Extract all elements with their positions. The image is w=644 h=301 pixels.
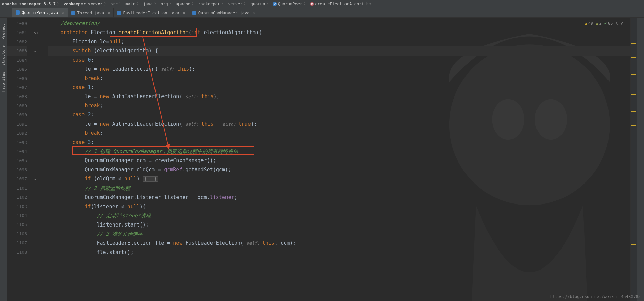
line-number[interactable]: 1083: [7, 46, 27, 56]
close-icon[interactable]: ×: [183, 10, 185, 15]
line-number[interactable]: 1085: [7, 65, 27, 74]
tool-window-label: Favorites: [1, 72, 6, 92]
gutter-cell: [34, 120, 46, 129]
breadcrumb-item[interactable]: zookeeper-server〉: [63, 1, 110, 6]
line-number[interactable]: 1080: [7, 19, 27, 28]
breadcrumb-item[interactable]: zookeeper〉: [197, 1, 227, 6]
code-line[interactable]: le = new AuthFastLeaderElection( self: t…: [48, 92, 630, 101]
code-content[interactable]: /deprecation/ protected Election createE…: [48, 19, 630, 257]
tool-window-button[interactable]: Project: [1, 24, 6, 39]
error-stripe[interactable]: [630, 18, 637, 301]
breadcrumb-item[interactable]: java〉: [142, 1, 160, 6]
line-number[interactable]: 1081: [7, 28, 27, 37]
gutter-cell: [34, 129, 46, 138]
line-number[interactable]: 1108: [7, 248, 27, 257]
breadcrumb-item[interactable]: quorum〉: [249, 1, 272, 6]
fold-collapse-icon[interactable]: −: [34, 50, 37, 53]
code-line[interactable]: QuorumCnxManager oldQcm = qcmRef.getAndS…: [48, 165, 630, 174]
code-line[interactable]: QuorumCnxManager.Listener listener = qcm…: [48, 193, 630, 202]
weak-warning-icon: ▲: [596, 21, 598, 26]
line-number[interactable]: 1096: [7, 165, 27, 174]
line-number[interactable]: 1090: [7, 110, 27, 120]
code-line[interactable]: fle.start();: [48, 248, 630, 257]
line-number[interactable]: 1101: [7, 184, 27, 193]
breadcrumb-item[interactable]: apache〉: [175, 1, 197, 6]
chevron-right-icon: 〉: [169, 1, 173, 6]
editor[interactable]: 1080108110821083108410851086108710881089…: [7, 18, 637, 301]
code-line[interactable]: // 1 创建 QuorumCnxManager，负责选举过程中的所有网络通信: [48, 147, 630, 156]
override-icon[interactable]: o↓: [34, 28, 38, 38]
code-line[interactable]: QuorumCnxManager qcm = createCnxnManager…: [48, 156, 630, 165]
line-number[interactable]: 1094: [7, 147, 27, 156]
code-line[interactable]: le = new LeaderElection( self: this);: [48, 65, 630, 74]
breadcrumb-item[interactable]: server〉: [227, 1, 249, 6]
line-number[interactable]: 1082: [7, 37, 27, 46]
code-line[interactable]: if (oldQcm ≠ null) {...}: [48, 174, 630, 184]
code-line[interactable]: FastLeaderElection fle = new FastLeaderE…: [48, 239, 630, 248]
breadcrumb-item[interactable]: cQuorumPeer〉: [272, 1, 309, 6]
line-numbers: 1080108110821083108410851086108710881089…: [7, 19, 34, 257]
line-number[interactable]: 1087: [7, 83, 27, 92]
close-icon[interactable]: ×: [62, 10, 64, 15]
line-number[interactable]: 1106: [7, 229, 27, 238]
breadcrumb-item[interactable]: org〉: [160, 1, 175, 6]
line-number[interactable]: 1105: [7, 220, 27, 229]
close-icon[interactable]: ×: [108, 10, 110, 15]
code-line[interactable]: Election le=null;: [48, 37, 630, 46]
breadcrumb-item[interactable]: mcreateElectionAlgorithm: [309, 2, 372, 6]
code-line[interactable]: case 1:: [48, 83, 630, 92]
chevron-down-icon[interactable]: ∨: [621, 21, 623, 26]
breadcrumb-label: zookeeper: [198, 2, 220, 6]
line-number[interactable]: 1104: [7, 211, 27, 220]
code-line[interactable]: case 0:: [48, 56, 630, 65]
code-line[interactable]: protected Election createElectionAlgorit…: [48, 28, 630, 37]
line-number[interactable]: 1089: [7, 101, 27, 110]
line-number[interactable]: 1092: [7, 129, 27, 138]
gutter-cell: o↓: [34, 28, 46, 37]
fold-collapse-icon[interactable]: −: [34, 206, 37, 209]
breadcrumb-label: quorum: [250, 2, 265, 6]
left-tool-stripe: ProjectStructureFavorites: [0, 18, 7, 301]
line-number[interactable]: 1088: [7, 92, 27, 101]
inspection-summary[interactable]: ▲49 ▲2 ✔85 ∧ ∨: [585, 21, 623, 26]
weak-warning-count: 2: [599, 21, 602, 26]
code-line[interactable]: case 3:: [48, 138, 630, 147]
tool-window-button[interactable]: Structure: [1, 45, 6, 66]
code-line[interactable]: // 启动listener线程: [48, 211, 630, 220]
code-line[interactable]: if(listener ≠ null){: [48, 202, 630, 211]
code-line[interactable]: listener.start();: [48, 220, 630, 230]
code-line[interactable]: break;: [48, 101, 630, 110]
gutter-cell: +: [34, 174, 46, 184]
close-icon[interactable]: ×: [253, 10, 255, 15]
chevron-up-icon[interactable]: ∧: [616, 21, 618, 26]
code-line[interactable]: /deprecation/: [48, 19, 630, 28]
fold-expand-icon[interactable]: +: [34, 178, 37, 181]
line-number[interactable]: 1091: [7, 120, 27, 129]
breadcrumb-item[interactable]: main〉: [125, 1, 142, 6]
right-tool-stripe: [637, 18, 644, 301]
code-line[interactable]: switch (electionAlgorithm) {: [48, 46, 630, 56]
line-number[interactable]: 1102: [7, 193, 27, 202]
line-number[interactable]: 1107: [7, 238, 27, 248]
line-number[interactable]: 1084: [7, 56, 27, 65]
code-line[interactable]: // 2 启动监听线程: [48, 184, 630, 193]
line-number[interactable]: 1086: [7, 74, 27, 83]
line-number[interactable]: 1093: [7, 138, 27, 147]
code-line[interactable]: // 3 准备开始选举: [48, 230, 630, 239]
line-number[interactable]: 1095: [7, 156, 27, 165]
tool-window-button[interactable]: Favorites: [1, 72, 6, 92]
code-line[interactable]: break;: [48, 129, 630, 138]
tab-label: QuorumCnxManager.java: [198, 10, 250, 15]
line-number[interactable]: 1103: [7, 202, 27, 211]
editor-tab[interactable]: FastLeaderElection.java×: [114, 8, 189, 17]
line-number[interactable]: 1097: [7, 174, 27, 184]
editor-tab[interactable]: QuorumCnxManager.java×: [189, 8, 259, 17]
code-line[interactable]: break;: [48, 74, 630, 83]
code-line[interactable]: case 2:: [48, 110, 630, 120]
editor-tab[interactable]: Thread.java×: [68, 8, 114, 17]
code-line[interactable]: le = new AuthFastLeaderElection( self: t…: [48, 120, 630, 129]
breadcrumb-item[interactable]: src〉: [110, 1, 125, 6]
breadcrumb-item[interactable]: apache-zookeeper-3.5.7〉: [1, 1, 63, 6]
editor-tab[interactable]: QuorumPeer.java×: [12, 8, 68, 17]
typo-count: 85: [608, 21, 613, 26]
